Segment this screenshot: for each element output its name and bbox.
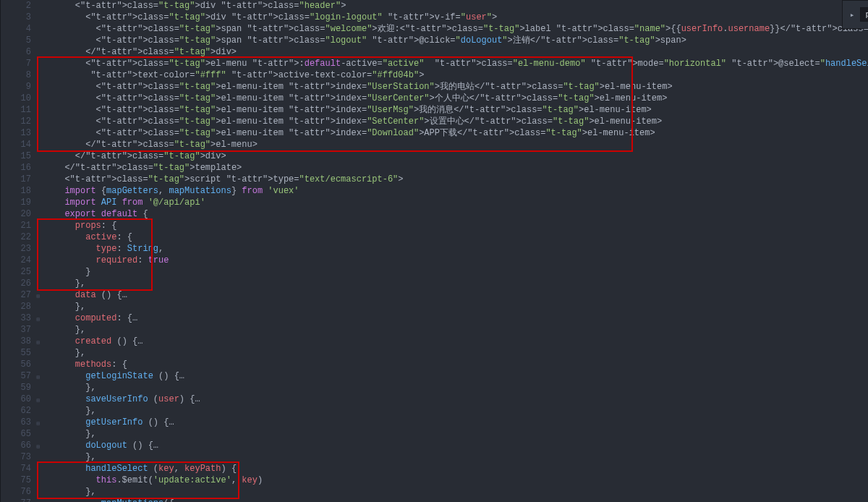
code-line[interactable]: computed: {… <box>54 312 868 324</box>
code-line[interactable]: import API from '@/api/api' <box>54 197 868 208</box>
code-line[interactable]: ...mapMutations({ <box>54 498 868 502</box>
code-line[interactable]: </"t-attr">class="t-tag">template> <box>54 162 868 174</box>
find-toggle-replace-icon[interactable]: ▸ <box>847 10 858 20</box>
code-line[interactable]: </"t-attr">class="t-tag">div> <box>54 150 868 162</box>
fold-icon[interactable]: ⊞ <box>36 291 40 302</box>
code-line[interactable]: }, <box>54 428 868 440</box>
code-line[interactable]: type: String, <box>54 243 868 255</box>
fold-icon[interactable]: ⊞ <box>36 418 40 430</box>
code-line[interactable]: required: true <box>54 255 868 266</box>
code-line[interactable]: <"t-attr">class="t-tag">el-menu-item "t-… <box>54 81 868 93</box>
code-line[interactable]: "t-attr">text-color="#fff" "t-attr">acti… <box>54 69 868 81</box>
code-line[interactable]: <"t-attr">class="t-tag">el-menu "t-attr"… <box>54 58 868 69</box>
code-line[interactable]: }, <box>54 347 868 359</box>
code-line[interactable]: methods: { <box>54 359 868 370</box>
code-line[interactable]: </"t-attr">class="t-tag">div> <box>54 46 868 58</box>
code-line[interactable]: }, <box>54 324 868 336</box>
code-line[interactable]: } <box>54 266 868 278</box>
fold-icon[interactable]: ⊞ <box>36 441 40 453</box>
code-content[interactable]: <"t-attr">class="t-tag">div "t-attr">cla… <box>41 0 868 502</box>
code-line[interactable]: </"t-attr">class="t-tag">el-menu> <box>54 139 868 150</box>
code-line[interactable]: <"t-attr">class="t-tag">el-menu-item "t-… <box>54 93 868 104</box>
code-line[interactable]: getUserInfo () {… <box>54 417 868 428</box>
code-line[interactable]: props: { <box>54 220 868 231</box>
code-line[interactable]: data () {… <box>54 289 868 301</box>
code-line[interactable]: <"t-attr">class="t-tag">el-menu-item "t-… <box>54 116 868 127</box>
code-line[interactable]: import {mapGetters, mapMutations} from '… <box>54 185 868 197</box>
code-line[interactable]: <"t-attr">class="t-tag">script "t-attr">… <box>54 174 868 185</box>
code-line[interactable]: <"t-attr">class="t-tag">span "t-attr">cl… <box>54 23 868 35</box>
fold-icon[interactable]: ⊞ <box>36 337 40 349</box>
code-line[interactable]: active: { <box>54 231 868 243</box>
code-line[interactable]: <"t-attr">class="t-tag">el-menu-item "t-… <box>54 127 868 139</box>
code-line[interactable]: export default { <box>54 208 868 220</box>
fold-icon[interactable]: ⊞ <box>36 372 40 383</box>
code-line[interactable]: }, <box>54 301 868 312</box>
code-line[interactable]: this.$emit('update:active', key) <box>54 475 868 486</box>
code-line[interactable]: <"t-attr">class="t-tag">div "t-attr">cla… <box>54 0 868 12</box>
line-number-gutter[interactable]: 2345678910111213141516171819202122232425… <box>1 0 41 502</box>
code-line[interactable]: <"t-attr">class="t-tag">el-menu-item "t-… <box>54 104 868 116</box>
code-line[interactable]: doLogout () {… <box>54 440 868 451</box>
code-line[interactable]: }, <box>54 382 868 393</box>
code-line[interactable]: getLoginState () {… <box>54 370 868 382</box>
code-line[interactable]: <"t-attr">class="t-tag">span "t-attr">cl… <box>54 35 868 46</box>
code-line[interactable]: }, <box>54 486 868 498</box>
code-line[interactable]: }, <box>54 278 868 289</box>
code-line[interactable]: }, <box>54 405 868 417</box>
code-line[interactable]: <"t-attr">class="t-tag">div "t-attr">cla… <box>54 12 868 23</box>
find-widget[interactable]: ▸ Aa Ab| ·* 第 1 个(共 2 个) ← → ≡ × <box>842 0 868 29</box>
editor-area: ▸ Aa Ab| ·* 第 1 个(共 2 个) ← → ≡ × 2345678… <box>1 0 868 502</box>
code-line[interactable]: saveUserInfo (user) {… <box>54 393 868 405</box>
fold-icon[interactable]: ⊞ <box>36 395 40 407</box>
code-line[interactable]: created () {… <box>54 336 868 347</box>
code-line[interactable]: }, <box>54 451 868 463</box>
fold-icon[interactable]: ⊞ <box>36 314 40 326</box>
code-line[interactable]: handleSelect (key, keyPath) { <box>54 463 868 475</box>
find-input[interactable] <box>860 7 868 22</box>
